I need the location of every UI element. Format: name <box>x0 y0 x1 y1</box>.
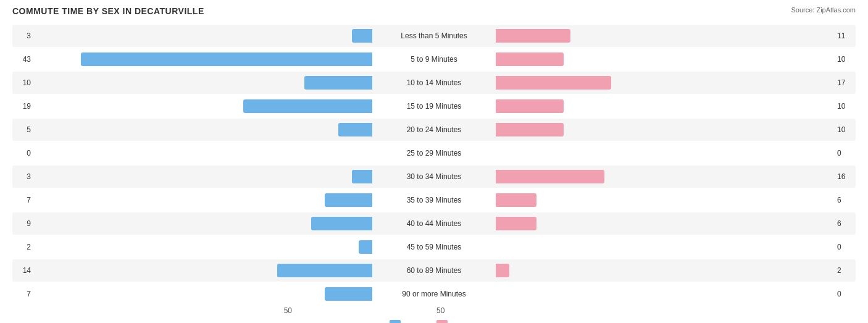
male-value: 14 <box>12 266 31 275</box>
left-section: 10 <box>12 76 372 90</box>
category-label: 5 to 9 Minutes <box>372 55 496 64</box>
female-bar-wrap <box>496 287 835 301</box>
male-bar <box>325 287 372 301</box>
male-bar-wrap <box>33 264 372 277</box>
category-label: 25 to 29 Minutes <box>372 149 496 157</box>
left-section: 19 <box>12 99 372 113</box>
left-section: 9 <box>12 217 372 230</box>
chart-title: COMMUTE TIME BY SEX IN DECATURVILLE <box>12 6 204 16</box>
male-value: 7 <box>12 290 31 298</box>
bar-row: 3 Less than 5 Minutes 11 <box>12 25 856 47</box>
right-section: 16 <box>496 170 856 183</box>
category-label: 10 to 14 Minutes <box>372 78 496 87</box>
right-section: 2 <box>496 264 856 277</box>
legend-male-label: Male <box>404 321 422 324</box>
right-section: 11 <box>496 29 856 43</box>
female-value: 6 <box>837 196 856 204</box>
female-bar-wrap <box>496 52 835 66</box>
category-label: 60 to 89 Minutes <box>372 266 496 275</box>
female-bar-wrap <box>496 76 835 90</box>
male-value: 43 <box>12 55 31 64</box>
bar-row: 43 5 to 9 Minutes 10 <box>12 48 856 70</box>
bar-row: 10 10 to 14 Minutes 17 <box>12 72 856 94</box>
bar-row: 3 30 to 34 Minutes 16 <box>12 166 856 188</box>
male-bar-wrap <box>33 217 372 230</box>
bar-row: 5 20 to 24 Minutes 10 <box>12 119 856 141</box>
category-label: 40 to 44 Minutes <box>372 219 496 228</box>
female-bar-wrap <box>496 264 835 277</box>
female-bar <box>496 52 564 66</box>
axis-left-label: 50 <box>12 306 434 315</box>
female-bar-wrap <box>496 146 835 160</box>
bar-row: 7 90 or more Minutes 0 <box>12 283 856 305</box>
female-bar <box>496 99 564 113</box>
male-value: 9 <box>12 219 31 228</box>
male-bar-wrap <box>33 193 372 207</box>
right-section: 6 <box>496 193 856 207</box>
female-bar <box>496 170 604 183</box>
bar-row: 7 35 to 39 Minutes 6 <box>12 189 856 211</box>
legend-female-label: Female <box>451 321 478 324</box>
category-label: 20 to 24 Minutes <box>372 125 496 134</box>
female-value: 0 <box>837 290 856 298</box>
left-section: 0 <box>12 146 372 160</box>
female-bar <box>496 76 611 90</box>
legend-male: Male <box>390 320 422 323</box>
right-section: 17 <box>496 76 856 90</box>
left-section: 14 <box>12 264 372 277</box>
right-section: 0 <box>496 240 856 254</box>
female-value: 16 <box>837 172 856 181</box>
source-label: Source: ZipAtlas.com <box>791 6 856 14</box>
left-section: 7 <box>12 193 372 207</box>
right-section: 6 <box>496 217 856 230</box>
female-bar-wrap <box>496 170 835 183</box>
male-value: 5 <box>12 125 31 134</box>
category-label: Less than 5 Minutes <box>372 31 496 40</box>
male-bar <box>352 170 372 183</box>
right-section: 10 <box>496 52 856 66</box>
male-bar <box>277 264 372 277</box>
female-bar <box>496 217 536 230</box>
left-section: 2 <box>12 240 372 254</box>
legend: Male Female <box>12 320 856 323</box>
female-value: 6 <box>837 219 856 228</box>
female-bar <box>496 29 570 43</box>
bar-row: 14 60 to 89 Minutes 2 <box>12 259 856 282</box>
bar-row: 19 15 to 19 Minutes 10 <box>12 95 856 117</box>
male-value: 10 <box>12 78 31 87</box>
male-bar-wrap <box>33 146 372 160</box>
male-bar-wrap <box>33 287 372 301</box>
male-bar-wrap <box>33 123 372 136</box>
legend-male-box <box>390 320 401 323</box>
female-bar <box>496 193 536 207</box>
female-value: 10 <box>837 102 856 111</box>
category-label: 45 to 59 Minutes <box>372 243 496 251</box>
category-label: 30 to 34 Minutes <box>372 172 496 181</box>
right-section: 0 <box>496 287 856 301</box>
right-section: 10 <box>496 123 856 136</box>
female-bar-wrap <box>496 240 835 254</box>
female-bar <box>496 123 564 136</box>
male-bar-wrap <box>33 52 372 66</box>
male-value: 3 <box>12 31 31 40</box>
female-value: 10 <box>837 125 856 134</box>
left-section: 43 <box>12 52 372 66</box>
bar-row: 9 40 to 44 Minutes 6 <box>12 212 856 235</box>
right-section: 0 <box>496 146 856 160</box>
male-bar-wrap <box>33 170 372 183</box>
male-value: 2 <box>12 243 31 251</box>
male-bar <box>359 240 372 254</box>
female-bar-wrap <box>496 193 835 207</box>
male-bar-wrap <box>33 240 372 254</box>
male-value: 7 <box>12 196 31 204</box>
bar-row: 0 25 to 29 Minutes 0 <box>12 142 856 164</box>
female-value: 17 <box>837 78 856 87</box>
male-bar <box>352 29 372 43</box>
male-bar-wrap <box>33 29 372 43</box>
female-value: 10 <box>837 55 856 64</box>
female-value: 11 <box>837 31 856 40</box>
axis-right-label: 50 <box>434 306 856 315</box>
category-label: 35 to 39 Minutes <box>372 196 496 204</box>
male-bar <box>325 193 372 207</box>
male-bar <box>338 123 372 136</box>
